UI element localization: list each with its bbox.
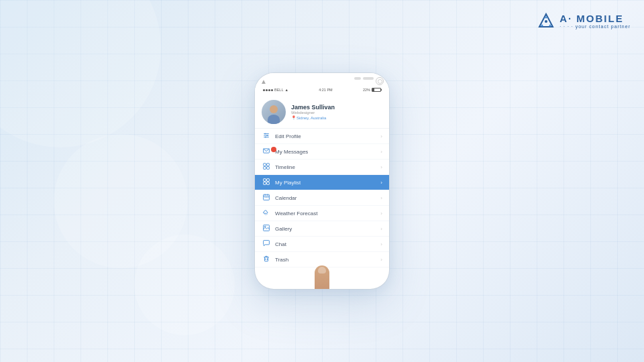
menu-label-messages: My Messages <box>275 149 380 155</box>
phone-device: ▲ BELL ▲ <box>255 73 389 289</box>
status-bar: BELL ▲ 4:21 PM 22% <box>260 86 384 93</box>
battery-icon <box>372 88 381 92</box>
svg-rect-19 <box>267 182 270 185</box>
menu-item-timeline[interactable]: Timeline › <box>255 160 389 175</box>
brand-name: A· MOBILE <box>559 13 631 25</box>
svg-rect-17 <box>267 179 270 182</box>
profile-location: 📍 Sidney, Australia <box>291 115 382 120</box>
menu-item-gallery[interactable]: Gallery › <box>255 221 389 237</box>
svg-point-6 <box>264 133 266 135</box>
arrow-icon: › <box>380 133 382 139</box>
arrow-icon: › <box>380 164 382 170</box>
menu-label-trash: Trash <box>275 257 380 263</box>
svg-point-3 <box>549 25 551 27</box>
phone-controls <box>354 77 384 85</box>
menu-label-playlist: My Playlist <box>275 180 380 186</box>
arrow-icon: › <box>380 180 382 186</box>
svg-point-31 <box>264 226 266 227</box>
sliders-icon <box>262 132 271 140</box>
phone-logo-icon: ▲ <box>260 78 267 85</box>
menu-item-chat[interactable]: Chat › <box>255 237 389 252</box>
brand-logo: A· MOBILE · · · · your contact partner <box>537 12 631 31</box>
arrow-icon: › <box>380 210 382 217</box>
svg-point-2 <box>541 25 543 27</box>
menu-label-chat: Chat <box>275 241 380 247</box>
signal-icon: ▲ <box>284 88 288 92</box>
mail-icon <box>262 147 271 156</box>
arrow-icon: › <box>380 226 382 232</box>
timeline-icon <box>262 163 271 171</box>
arrow-icon: › <box>380 195 382 201</box>
time-display: 4:21 PM <box>319 88 332 92</box>
music-icon <box>262 178 271 186</box>
menu-item-my-playlist[interactable]: My Playlist › <box>255 175 389 190</box>
profile-section: James Sullivan Webdesigner 📍 Sidney, Aus… <box>255 95 389 129</box>
cloud-icon <box>262 209 271 217</box>
finger <box>315 265 329 289</box>
message-badge <box>271 147 276 152</box>
svg-rect-12 <box>264 164 266 166</box>
phone-top-bar: ▲ BELL ▲ <box>255 73 389 95</box>
profile-name: James Sullivan <box>291 104 382 111</box>
arrow-icon: › <box>380 149 382 155</box>
carrier-label: BELL <box>274 88 283 92</box>
menu-label-edit-profile: Edit Profile <box>275 133 380 139</box>
menu-label-gallery: Gallery <box>275 226 380 232</box>
svg-point-8 <box>266 135 268 136</box>
svg-rect-14 <box>264 167 266 170</box>
profile-title: Webdesigner <box>291 111 382 115</box>
profile-info: James Sullivan Webdesigner 📍 Sidney, Aus… <box>291 104 382 120</box>
svg-rect-18 <box>264 182 266 185</box>
menu-item-edit-profile[interactable]: Edit Profile › <box>255 129 389 144</box>
menu-item-weather-forecast[interactable]: Weather Forecast › <box>255 206 389 221</box>
trash-icon <box>262 255 271 263</box>
menu-item-my-messages[interactable]: My Messages › <box>255 144 389 160</box>
menu-list: Edit Profile › My Messages › <box>255 129 389 267</box>
image-icon <box>262 225 271 233</box>
svg-rect-32 <box>265 257 268 261</box>
svg-point-1 <box>545 20 547 23</box>
svg-rect-16 <box>264 179 266 182</box>
svg-point-10 <box>265 137 266 138</box>
menu-item-calendar[interactable]: Calendar › <box>255 190 389 206</box>
svg-point-4 <box>545 17 547 19</box>
avatar <box>262 100 286 124</box>
chat-icon <box>262 240 271 248</box>
calendar-icon <box>262 194 271 202</box>
battery-percent: 22% <box>363 88 370 92</box>
menu-label-weather: Weather Forecast <box>275 210 380 217</box>
svg-rect-15 <box>267 167 270 170</box>
arrow-icon: › <box>380 257 382 263</box>
menu-label-calendar: Calendar <box>275 195 380 201</box>
brand-tagline: · · · · your contact partner <box>559 24 631 29</box>
menu-label-timeline: Timeline <box>275 164 380 170</box>
svg-rect-13 <box>267 164 270 166</box>
phone-screen: ▲ BELL ▲ <box>255 73 389 289</box>
arrow-icon: › <box>380 241 382 247</box>
